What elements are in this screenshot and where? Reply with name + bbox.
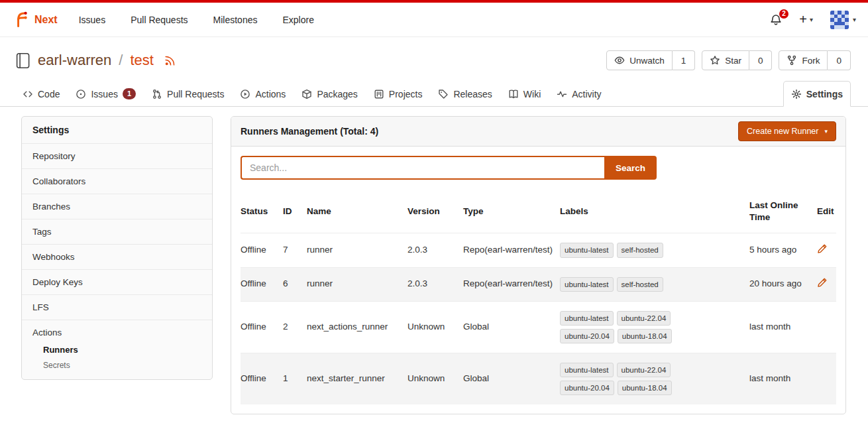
repo-name-link[interactable]: test xyxy=(130,52,153,69)
column-header-type: Type xyxy=(463,190,560,233)
tab-label: Settings xyxy=(806,89,843,99)
tab-actions[interactable]: Actions xyxy=(232,81,294,107)
column-header-id: ID xyxy=(283,190,307,233)
code-icon xyxy=(23,89,33,99)
column-header-edit: Edit xyxy=(817,190,836,233)
runner-type: Global xyxy=(463,353,560,404)
unwatch-count[interactable]: 1 xyxy=(673,50,696,70)
star-button[interactable]: Star xyxy=(702,50,749,70)
runner-row: Offline1next_starter_runnerUnknownGlobal… xyxy=(241,353,836,404)
sidebar-item-label: Webhooks xyxy=(32,252,75,262)
runner-status: Offline xyxy=(241,353,283,404)
repo-owner-link[interactable]: earl-warren xyxy=(38,52,111,69)
tab-label: Releases xyxy=(453,89,492,99)
tab-pull-requests[interactable]: Pull Requests xyxy=(144,81,232,107)
fork-count[interactable]: 0 xyxy=(828,50,851,70)
package-icon xyxy=(301,89,312,99)
runner-last-online: 5 hours ago xyxy=(749,233,817,267)
gear-icon xyxy=(791,89,802,99)
runners-panel: Runners Management (Total: 4) Create new… xyxy=(231,116,846,414)
tab-wiki[interactable]: Wiki xyxy=(500,81,549,107)
runner-label-chip: ubuntu-18.04 xyxy=(618,381,672,395)
runner-search-form: Search xyxy=(241,156,657,180)
runner-version: Unknown xyxy=(407,353,463,404)
runner-label-chip: ubuntu-latest xyxy=(560,311,614,326)
plus-icon: + xyxy=(799,12,807,27)
runner-id: 1 xyxy=(283,353,307,404)
tab-settings[interactable]: Settings xyxy=(783,81,851,107)
runner-edit-cell xyxy=(817,353,836,404)
runner-labels-cell: ubuntu-latestself-hosted xyxy=(560,267,749,301)
notification-badge: 2 xyxy=(779,9,789,19)
runner-status: Offline xyxy=(241,301,283,353)
sidebar-item-collaborators[interactable]: Collaborators xyxy=(22,168,212,194)
sidebar-subitem-secrets[interactable]: Secrets xyxy=(43,361,201,370)
settings-menu-items: RepositoryCollaboratorsBranchesTagsWebho… xyxy=(22,143,212,379)
edit-runner-button[interactable] xyxy=(817,243,828,254)
content: Settings RepositoryCollaboratorsBranches… xyxy=(0,107,868,414)
navbar-link-pull-requests[interactable]: Pull Requests xyxy=(131,15,188,25)
tab-label: Code xyxy=(38,89,60,99)
tab-issues[interactable]: Issues1 xyxy=(68,81,144,107)
runners-panel-header: Runners Management (Total: 4) Create new… xyxy=(231,117,845,147)
column-header-labels: Labels xyxy=(560,190,749,233)
page-title: Runners Management (Total: 4) xyxy=(241,126,378,137)
tab-count-badge: 1 xyxy=(123,88,136,99)
tab-packages[interactable]: Packages xyxy=(294,81,365,107)
sidebar-item-deploy-keys[interactable]: Deploy Keys xyxy=(22,269,212,294)
create-menu-button[interactable]: + ▾ xyxy=(799,12,813,27)
column-header-version: Version xyxy=(407,190,463,233)
home-link[interactable]: Next xyxy=(12,11,58,29)
runner-name: runner xyxy=(307,267,407,301)
repo-action-fork: Fork0 xyxy=(779,50,851,70)
repo-title: earl-warren / test xyxy=(13,52,176,70)
create-runner-button[interactable]: Create new Runner ▾ xyxy=(738,121,836,141)
search-button[interactable]: Search xyxy=(604,156,657,180)
star-count[interactable]: 0 xyxy=(749,50,773,70)
runner-type: Repo(earl-warren/test) xyxy=(463,233,560,267)
runner-label-chip: ubuntu-latest xyxy=(560,363,614,377)
runner-labels-cell: ubuntu-latestubuntu-22.04ubuntu-20.04ubu… xyxy=(560,301,749,353)
tag-icon xyxy=(438,89,449,99)
runner-label-chip: ubuntu-18.04 xyxy=(618,329,672,343)
sidebar-item-webhooks[interactable]: Webhooks xyxy=(22,244,212,269)
sidebar-item-actions[interactable]: ActionsRunnersSecrets xyxy=(22,320,212,379)
sidebar-item-label: Deploy Keys xyxy=(32,277,83,287)
sidebar-item-tags[interactable]: Tags xyxy=(22,219,212,244)
runner-version: 2.0.3 xyxy=(407,267,463,301)
runner-id: 6 xyxy=(283,267,307,301)
unwatch-button[interactable]: Unwatch xyxy=(606,50,673,70)
settings-menu-title: Settings xyxy=(22,117,212,143)
edit-runner-button[interactable] xyxy=(817,277,828,288)
navbar-link-milestones[interactable]: Milestones xyxy=(213,15,258,25)
fork-button[interactable]: Fork xyxy=(779,50,828,70)
avatar xyxy=(830,11,849,29)
sidebar-subitem-runners[interactable]: Runners xyxy=(43,345,201,355)
user-menu-button[interactable]: ▾ xyxy=(830,11,856,29)
runner-status: Offline xyxy=(241,233,283,267)
navbar-link-issues[interactable]: Issues xyxy=(79,15,105,25)
runner-label-list: ubuntu-latestubuntu-22.04ubuntu-20.04ubu… xyxy=(560,311,696,343)
sidebar-item-branches[interactable]: Branches xyxy=(22,194,212,219)
tab-activity[interactable]: Activity xyxy=(549,81,609,107)
runner-row: Offline6runner2.0.3Repo(earl-warren/test… xyxy=(241,267,836,301)
tab-label: Issues xyxy=(91,89,117,99)
repo-header: earl-warren / test Unwatch1Star0Fork0 xyxy=(0,37,868,78)
tab-projects[interactable]: Projects xyxy=(366,81,431,107)
notifications-button[interactable]: 2 xyxy=(770,14,782,26)
forgejo-logo-icon xyxy=(12,11,30,29)
runner-last-online: last month xyxy=(749,353,817,404)
search-input[interactable] xyxy=(241,156,604,180)
sidebar-item-repository[interactable]: Repository xyxy=(22,143,212,168)
runners-panel-body: Search StatusIDNameVersionTypeLabelsLast… xyxy=(231,147,845,414)
activity-icon xyxy=(557,89,567,99)
navbar-link-explore[interactable]: Explore xyxy=(282,15,313,25)
runner-id: 7 xyxy=(283,233,307,267)
tab-releases[interactable]: Releases xyxy=(430,81,500,107)
runner-edit-cell xyxy=(817,267,836,301)
tab-code[interactable]: Code xyxy=(15,81,68,107)
rss-feed-icon[interactable] xyxy=(164,55,176,66)
sidebar-item-lfs[interactable]: LFS xyxy=(22,294,212,320)
runner-row: Offline7runner2.0.3Repo(earl-warren/test… xyxy=(241,233,836,267)
navbar-links: IssuesPull RequestsMilestonesExplore xyxy=(79,15,314,25)
